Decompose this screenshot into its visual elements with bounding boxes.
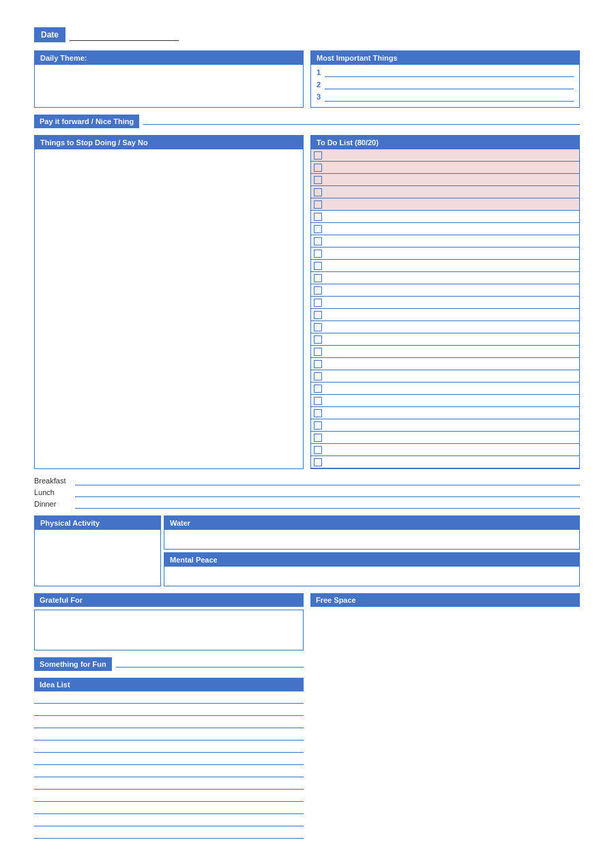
physical-activity-input[interactable] <box>35 530 160 584</box>
mental-peace-input[interactable] <box>164 567 579 586</box>
todo-text-17[interactable] <box>325 346 579 357</box>
todo-text-25[interactable] <box>325 445 579 455</box>
todo-row-7[interactable] <box>311 223 579 235</box>
lunch-input[interactable] <box>75 488 580 497</box>
todo-text-23[interactable] <box>325 420 579 431</box>
todo-row-17[interactable] <box>311 346 579 358</box>
todo-row-4[interactable] <box>311 186 579 198</box>
todo-text-2[interactable] <box>325 162 579 173</box>
stop-doing-input[interactable] <box>35 149 303 238</box>
todo-checkbox-3[interactable] <box>314 176 322 184</box>
todo-text-12[interactable] <box>325 285 579 296</box>
todo-checkbox-22[interactable] <box>314 409 322 417</box>
daily-theme-input[interactable] <box>35 65 303 106</box>
mit-line-2[interactable] <box>325 80 574 89</box>
idea-line-2[interactable] <box>34 704 304 716</box>
todo-row-9[interactable] <box>311 248 579 260</box>
todo-row-18[interactable] <box>311 358 579 370</box>
todo-checkbox-4[interactable] <box>314 188 322 196</box>
todo-row-25[interactable] <box>311 444 579 456</box>
todo-text-10[interactable] <box>325 260 579 271</box>
todo-text-20[interactable] <box>325 383 579 394</box>
date-input-line[interactable] <box>70 29 179 41</box>
todo-text-16[interactable] <box>325 334 579 345</box>
idea-line-4[interactable] <box>34 728 304 740</box>
idea-line-3[interactable] <box>34 716 304 728</box>
todo-text-15[interactable] <box>325 322 579 333</box>
todo-row-19[interactable] <box>311 370 579 383</box>
todo-row-24[interactable] <box>311 432 579 444</box>
todo-checkbox-23[interactable] <box>314 421 322 430</box>
mit-line-3[interactable] <box>325 92 574 102</box>
todo-checkbox-16[interactable] <box>314 335 322 344</box>
todo-row-10[interactable] <box>311 260 579 272</box>
todo-text-7[interactable] <box>325 224 579 235</box>
todo-row-5[interactable] <box>311 198 579 211</box>
idea-line-5[interactable] <box>34 740 304 753</box>
todo-checkbox-25[interactable] <box>314 446 322 454</box>
free-space-input[interactable] <box>310 607 580 852</box>
idea-line-11[interactable] <box>34 814 304 826</box>
todo-checkbox-13[interactable] <box>314 299 322 307</box>
todo-checkbox-12[interactable] <box>314 286 322 295</box>
todo-row-11[interactable] <box>311 272 579 284</box>
todo-row-15[interactable] <box>311 321 579 333</box>
todo-text-4[interactable] <box>325 187 579 198</box>
todo-text-19[interactable] <box>325 371 579 382</box>
todo-checkbox-24[interactable] <box>314 434 322 442</box>
todo-text-26[interactable] <box>325 457 579 468</box>
todo-row-1[interactable] <box>311 149 579 162</box>
todo-checkbox-8[interactable] <box>314 237 322 245</box>
idea-line-10[interactable] <box>34 802 304 814</box>
todo-checkbox-2[interactable] <box>314 164 322 172</box>
todo-checkbox-21[interactable] <box>314 397 322 405</box>
todo-checkbox-18[interactable] <box>314 360 322 368</box>
todo-row-3[interactable] <box>311 174 579 186</box>
todo-text-24[interactable] <box>325 432 579 443</box>
todo-checkbox-17[interactable] <box>314 348 322 356</box>
todo-checkbox-19[interactable] <box>314 372 322 380</box>
idea-line-6[interactable] <box>34 753 304 765</box>
todo-text-22[interactable] <box>325 408 579 419</box>
todo-text-14[interactable] <box>325 310 579 320</box>
todo-row-13[interactable] <box>311 297 579 309</box>
todo-text-18[interactable] <box>325 359 579 370</box>
todo-row-2[interactable] <box>311 162 579 174</box>
todo-checkbox-10[interactable] <box>314 262 322 270</box>
water-input[interactable] <box>164 530 579 549</box>
todo-row-21[interactable] <box>311 395 579 407</box>
todo-row-6[interactable] <box>311 211 579 223</box>
todo-text-13[interactable] <box>325 297 579 308</box>
todo-checkbox-14[interactable] <box>314 311 322 319</box>
idea-line-1[interactable] <box>34 691 304 704</box>
breakfast-input[interactable] <box>75 476 580 485</box>
todo-checkbox-7[interactable] <box>314 225 322 233</box>
idea-line-12[interactable] <box>34 826 304 839</box>
grateful-input[interactable] <box>34 610 304 650</box>
dinner-input[interactable] <box>75 499 580 509</box>
idea-line-9[interactable] <box>34 790 304 802</box>
todo-checkbox-11[interactable] <box>314 274 322 282</box>
todo-checkbox-9[interactable] <box>314 250 322 258</box>
mit-line-1[interactable] <box>325 68 574 77</box>
todo-row-22[interactable] <box>311 407 579 419</box>
todo-row-20[interactable] <box>311 383 579 395</box>
todo-checkbox-15[interactable] <box>314 323 322 331</box>
todo-text-21[interactable] <box>325 395 579 406</box>
todo-checkbox-6[interactable] <box>314 213 322 221</box>
todo-row-23[interactable] <box>311 419 579 432</box>
todo-text-3[interactable] <box>325 175 579 185</box>
todo-text-8[interactable] <box>325 236 579 247</box>
todo-row-16[interactable] <box>311 333 579 346</box>
todo-text-5[interactable] <box>325 199 579 210</box>
idea-line-7[interactable] <box>34 765 304 777</box>
fun-line[interactable] <box>116 661 304 668</box>
todo-checkbox-1[interactable] <box>314 151 322 160</box>
todo-text-11[interactable] <box>325 273 579 284</box>
todo-checkbox-5[interactable] <box>314 200 322 209</box>
todo-checkbox-26[interactable] <box>314 458 322 466</box>
todo-row-26[interactable] <box>311 456 579 468</box>
todo-text-6[interactable] <box>325 211 579 222</box>
idea-line-8[interactable] <box>34 777 304 790</box>
todo-row-8[interactable] <box>311 235 579 248</box>
